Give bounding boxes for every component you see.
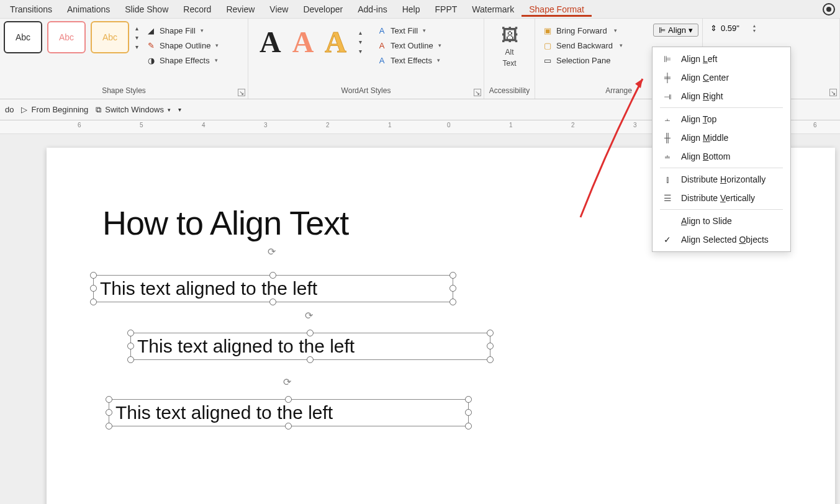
shape-outline-label: Shape Outline — [160, 41, 210, 50]
send-backward-button[interactable]: ▢ Send Backward ▾ — [539, 38, 649, 52]
qat-overflow[interactable]: ▾ — [178, 106, 181, 113]
align-to-slide-label: Align to Slide — [681, 216, 732, 226]
shape-height-field[interactable]: ⇕ ▴▾ — [707, 21, 759, 35]
resize-handle[interactable] — [106, 423, 112, 430]
chevron-down-icon[interactable]: ▾ — [616, 41, 625, 50]
resize-handle[interactable] — [90, 285, 97, 292]
align-to-slide-item[interactable]: Align to Slide — [653, 212, 790, 230]
tab-transitions[interactable]: Transitions — [2, 2, 60, 17]
shape-effects-button[interactable]: ◑ Shape Effects ▾ — [142, 53, 222, 67]
resize-handle[interactable] — [269, 272, 276, 279]
shape-outline-button[interactable]: ✎ Shape Outline ▾ — [142, 38, 222, 52]
tab-review[interactable]: Review — [219, 2, 262, 17]
resize-handle[interactable] — [106, 396, 112, 403]
shape-style-more[interactable]: ▴▾▾ — [135, 25, 138, 50]
align-selected-item[interactable]: ✓ Align Selected Objects — [653, 230, 790, 249]
align-bottom-item[interactable]: ⫨ Align Bottom — [653, 147, 790, 166]
rotate-handle-icon[interactable]: ⟳ — [268, 246, 279, 257]
rotate-handle-icon[interactable]: ⟳ — [305, 310, 316, 321]
resize-handle[interactable] — [90, 299, 97, 305]
dialog-launcher[interactable]: ↘ — [474, 89, 481, 96]
distribute-horizontal-item[interactable]: ⫿ Distribute Horizontally — [653, 170, 790, 189]
resize-handle[interactable] — [127, 330, 134, 336]
text-fill-button[interactable]: A Text Fill ▾ — [373, 24, 445, 37]
bring-forward-button[interactable]: ▣ Bring Forward ▾ — [539, 24, 649, 37]
tab-record[interactable]: Record — [176, 2, 219, 17]
align-center-icon: ╪ — [661, 73, 674, 83]
tab-add-ins[interactable]: Add-ins — [350, 2, 394, 17]
resize-handle[interactable] — [487, 330, 494, 336]
chevron-down-icon[interactable]: ▾ — [611, 26, 620, 35]
shape-style-preset-1[interactable]: Abc — [4, 21, 42, 53]
distribute-vertical-item[interactable]: ☰ Distribute Vertically — [653, 189, 790, 207]
tab-developer[interactable]: Developer — [296, 2, 350, 17]
tab-fppt[interactable]: FPPT — [428, 2, 465, 17]
align-left-item[interactable]: ⊫ Align Left — [653, 50, 790, 68]
alt-text-icon: 🖼 — [501, 25, 518, 45]
ruler-tick: 3 — [633, 122, 637, 128]
tab-slide-show[interactable]: Slide Show — [117, 2, 176, 17]
shape-fill-button[interactable]: ◢ Shape Fill ▾ — [142, 24, 222, 37]
align-middle-item[interactable]: ╫ Align Middle — [653, 128, 790, 147]
resize-handle[interactable] — [269, 299, 276, 305]
resize-handle[interactable] — [449, 285, 456, 292]
ruler-tick: 5 — [140, 122, 143, 128]
resize-handle[interactable] — [449, 299, 456, 305]
text-effects-button[interactable]: A Text Effects ▾ — [373, 53, 445, 67]
resize-handle[interactable] — [106, 409, 112, 416]
shape-style-preset-3[interactable]: Abc — [91, 21, 129, 53]
menu-separator — [660, 107, 783, 108]
align-left-icon: ⊫ — [661, 54, 674, 64]
wordart-preset-3[interactable]: A — [325, 25, 346, 59]
text-outline-button[interactable]: A Text Outline ▾ — [373, 38, 445, 52]
switch-windows-button[interactable]: ⧉ Switch Windows ▾ — [96, 105, 171, 115]
menu-separator — [660, 209, 783, 210]
resize-handle[interactable] — [127, 343, 134, 349]
slide-title[interactable]: How to Align Text — [102, 204, 348, 242]
dialog-launcher[interactable]: ↘ — [238, 89, 245, 96]
shape-style-preset-2[interactable]: Abc — [47, 21, 86, 53]
group-label: WordArt Styles — [252, 85, 480, 97]
align-right-item[interactable]: ⫣ Align Right — [653, 87, 790, 106]
group-shape-styles: Abc Abc Abc ▴▾▾ ◢ Shape Fill ▾ ✎ Shape O… — [0, 19, 248, 99]
wordart-more[interactable]: ▴▾▾ — [359, 29, 362, 55]
resize-handle[interactable] — [307, 356, 314, 363]
textbox-2[interactable]: ⟳ This text aligned to the left — [130, 333, 490, 360]
textbox-1-text: This text aligned to the left — [100, 278, 317, 299]
wordart-preset-1[interactable]: A — [260, 25, 281, 59]
tab-watermark[interactable]: Watermark — [464, 2, 522, 17]
tab-help[interactable]: Help — [395, 2, 428, 17]
from-beginning-button[interactable]: ▷ From Beginning — [21, 105, 88, 114]
textbox-1[interactable]: ⟳ This text aligned to the left — [93, 275, 453, 302]
shape-style-gallery[interactable]: Abc Abc Abc ▴▾▾ — [4, 21, 138, 53]
resize-handle[interactable] — [127, 356, 134, 363]
resize-handle[interactable] — [465, 396, 472, 403]
resize-handle[interactable] — [487, 356, 494, 363]
redo-button[interactable]: do — [5, 105, 14, 114]
record-indicator-icon[interactable] — [823, 3, 835, 16]
align-button[interactable]: ⊫ Align ▾ — [653, 24, 698, 37]
height-spinner[interactable]: ▴▾ — [753, 24, 756, 34]
resize-handle[interactable] — [285, 423, 292, 430]
wordart-preset-2[interactable]: A — [292, 25, 314, 59]
rotate-handle-icon[interactable]: ⟳ — [283, 376, 294, 387]
selection-pane-button[interactable]: ▭ Selection Pane — [539, 53, 649, 67]
shape-height-input[interactable] — [720, 22, 751, 34]
tab-shape-format[interactable]: Shape Format — [522, 2, 592, 17]
resize-handle[interactable] — [285, 396, 292, 403]
dialog-launcher[interactable]: ↘ — [829, 89, 837, 96]
shape-fill-label: Shape Fill — [160, 26, 196, 35]
tab-view[interactable]: View — [262, 2, 296, 17]
resize-handle[interactable] — [487, 343, 494, 349]
resize-handle[interactable] — [465, 423, 472, 430]
resize-handle[interactable] — [449, 272, 456, 279]
textbox-3[interactable]: ⟳ This text aligned to the left — [109, 399, 469, 426]
tab-animations[interactable]: Animations — [60, 2, 117, 17]
align-top-item[interactable]: ⫠ Align Top — [653, 110, 790, 128]
align-center-item[interactable]: ╪ Align Center — [653, 68, 790, 87]
resize-handle[interactable] — [307, 330, 314, 336]
resize-handle[interactable] — [465, 409, 472, 416]
alt-text-button[interactable]: 🖼 Alt Text — [495, 21, 525, 71]
resize-handle[interactable] — [90, 272, 97, 279]
wordart-gallery[interactable]: A A A ▴▾▾ — [252, 21, 369, 63]
